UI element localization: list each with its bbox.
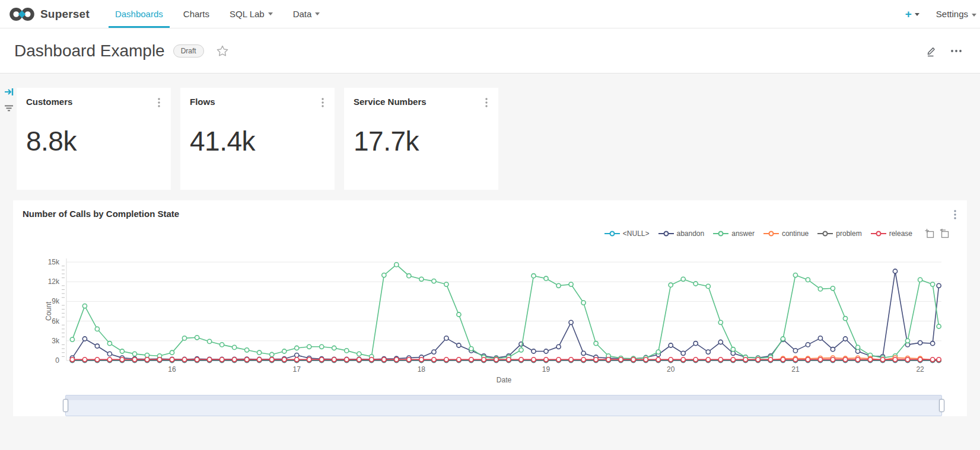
zoom-reset-button[interactable]: [940, 229, 949, 238]
top-navbar: Superset Dashboards Charts SQL Lab Data …: [0, 0, 980, 28]
legend-line-marker-icon: [817, 231, 833, 237]
arrow-to-bar-icon: [4, 87, 14, 97]
svg-text:3k: 3k: [52, 337, 60, 345]
nav-item-data[interactable]: Data: [283, 0, 330, 28]
chart-toolbox: [925, 229, 949, 238]
pencil-edit-icon: [925, 45, 937, 57]
svg-text:19: 19: [542, 365, 551, 374]
dashboard-menu-button[interactable]: [950, 49, 962, 53]
ellipsis-horizontal-icon: [950, 49, 962, 53]
collapsed-filters-button[interactable]: [4, 104, 14, 113]
dashboard-title-bar: Dashboard Example Draft: [0, 28, 980, 74]
ellipsis-vertical-icon: [322, 98, 324, 107]
svg-text:Count: Count: [44, 301, 53, 321]
brand-name: Superset: [40, 8, 90, 21]
metric-card-customers: Customers 8.8k: [17, 88, 171, 190]
ellipsis-vertical-icon: [158, 98, 160, 107]
slider-right-handle[interactable]: [939, 399, 944, 412]
calls-by-completion-state-chart[interactable]: 03k6k9k12k15k16171819202122DateCount: [13, 245, 967, 388]
metric-value: 17.7k: [354, 125, 489, 157]
nav-right: + Settings: [905, 0, 980, 28]
svg-text:21: 21: [791, 365, 800, 374]
legend-item-answer[interactable]: answer: [713, 229, 755, 238]
legend-item-problem[interactable]: problem: [817, 229, 861, 238]
svg-text:0: 0: [55, 356, 59, 365]
legend-line-marker-icon: [871, 231, 886, 237]
legend-label: release: [889, 229, 912, 238]
legend-item-release[interactable]: release: [871, 229, 912, 238]
settings-menu[interactable]: Settings: [936, 9, 976, 19]
chart-menu-button[interactable]: [953, 209, 957, 223]
card-menu-button[interactable]: [157, 97, 161, 111]
time-range-slider[interactable]: [65, 395, 942, 416]
card-menu-button[interactable]: [484, 97, 489, 111]
legend-label: abandon: [677, 229, 705, 238]
nav-item-dashboards[interactable]: Dashboards: [105, 0, 173, 28]
svg-text:12k: 12k: [48, 277, 60, 286]
legend-label: answer: [731, 229, 755, 238]
star-icon: [216, 44, 229, 58]
edit-dashboard-button[interactable]: [925, 45, 937, 57]
legend-line-marker-icon: [604, 231, 620, 237]
page-title: Dashboard Example: [14, 42, 165, 60]
legend-label: <NULL>: [623, 229, 650, 238]
card-title: Customers: [26, 97, 72, 107]
svg-text:20: 20: [667, 365, 675, 374]
metric-cards-row: Customers 8.8k Flows 41.4k: [17, 88, 980, 190]
filter-lines-icon: [4, 104, 14, 113]
svg-text:16: 16: [168, 365, 176, 374]
favorite-star-button[interactable]: [216, 44, 229, 58]
calls-chart-card: Number of Calls by Completion State <NUL…: [13, 200, 967, 416]
card-menu-button[interactable]: [320, 97, 325, 111]
svg-text:18: 18: [418, 365, 426, 374]
add-new-button[interactable]: +: [905, 8, 919, 21]
superset-brand[interactable]: Superset: [8, 0, 90, 28]
superset-logo-icon: [8, 7, 36, 22]
svg-text:6k: 6k: [52, 317, 60, 325]
slider-left-handle[interactable]: [63, 399, 68, 412]
legend-item-continue[interactable]: continue: [763, 229, 809, 238]
status-badge: Draft: [173, 44, 204, 58]
legend-line-marker-icon: [713, 231, 728, 237]
card-title: Flows: [190, 97, 215, 107]
svg-text:Date: Date: [497, 376, 512, 384]
legend-label: continue: [782, 229, 809, 238]
card-title: Service Numbers: [354, 97, 427, 107]
metric-value: 41.4k: [190, 125, 325, 157]
filter-rail: [2, 87, 16, 113]
metric-value: 8.8k: [26, 125, 161, 157]
svg-text:9k: 9k: [52, 297, 60, 305]
svg-text:17: 17: [293, 365, 301, 374]
dashboard-body: Customers 8.8k Flows 41.4k: [0, 74, 980, 450]
chart-title: Number of Calls by Completion State: [23, 209, 179, 219]
expand-filter-bar-button[interactable]: [4, 87, 14, 97]
metric-card-flows: Flows 41.4k: [180, 88, 335, 190]
svg-text:15k: 15k: [48, 258, 60, 266]
svg-text:22: 22: [916, 365, 924, 374]
legend-label: problem: [836, 229, 861, 238]
nav-item-sql-lab[interactable]: SQL Lab: [219, 0, 283, 28]
zoom-area-icon: [925, 229, 934, 238]
legend-item-abandon[interactable]: abandon: [658, 229, 705, 238]
main-nav: Dashboards Charts SQL Lab Data: [105, 0, 330, 28]
legend-item--null-[interactable]: <NULL>: [604, 229, 650, 238]
ellipsis-vertical-icon: [485, 98, 488, 107]
ellipsis-vertical-icon: [954, 210, 956, 219]
chart-legend: <NULL>abandonanswercontinueproblemreleas…: [13, 226, 967, 241]
legend-line-marker-icon: [658, 231, 674, 237]
zoom-select-button[interactable]: [925, 229, 934, 238]
nav-item-charts[interactable]: Charts: [173, 0, 219, 28]
legend-line-marker-icon: [763, 231, 779, 237]
metric-card-service-numbers: Service Numbers 17.7k: [344, 88, 498, 190]
zoom-reset-icon: [940, 229, 949, 238]
